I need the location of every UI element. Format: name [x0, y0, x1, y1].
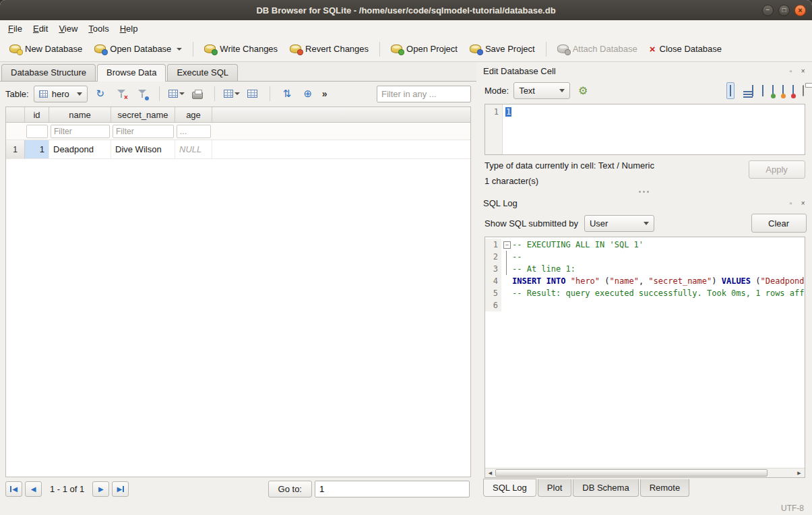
browse-data-panel: Database Structure Browse Data Execute S… [0, 62, 476, 502]
menu-view[interactable]: View [53, 22, 83, 36]
table-selector-value: hero [52, 89, 69, 99]
fold-marker-icon[interactable] [501, 263, 512, 275]
horizontal-scrollbar[interactable]: ◀ ▶ [485, 468, 805, 477]
filter-input-age[interactable] [177, 125, 211, 138]
column-header-secret-name[interactable]: secret_name [111, 107, 175, 122]
sql-log-controls: Show SQL submitted by User Clear [479, 210, 809, 236]
cell-char-count: 1 character(s) [485, 176, 743, 186]
tab-database-structure[interactable]: Database Structure [1, 64, 96, 81]
dock-close-icon[interactable]: × [799, 198, 808, 208]
scroll-right-icon[interactable]: ▶ [794, 468, 805, 477]
filter-any-column-input[interactable] [377, 86, 471, 102]
dock-resize-grip[interactable] [479, 187, 809, 195]
goto-input[interactable] [315, 481, 470, 497]
open-database-button[interactable]: Open Database [89, 40, 187, 57]
table-selector[interactable]: hero [34, 86, 88, 102]
dock-panel: Edit Database Cell ▫ × Mode: Text ⚙ [479, 62, 812, 502]
first-record-button[interactable]: ◀ [5, 481, 22, 497]
cell-secret-name[interactable]: Dive Wilson [111, 140, 175, 158]
text-document-icon [730, 85, 731, 96]
main-toolbar: New Database Open Database Write Changes… [0, 36, 812, 62]
menu-file[interactable]: File [3, 22, 28, 36]
tab-sql-log[interactable]: SQL Log [483, 479, 536, 497]
title-bar[interactable]: DB Browser for SQLite - /home/user/code/… [0, 0, 812, 20]
revert-changes-button[interactable]: Revert Changes [284, 40, 374, 57]
open-external-icon [752, 85, 753, 96]
tab-execute-sql[interactable]: Execute SQL [167, 64, 238, 81]
open-in-external-button[interactable] [752, 86, 753, 96]
new-record-button[interactable] [168, 86, 185, 102]
save-filter-button[interactable] [134, 86, 150, 102]
tab-plot[interactable]: Plot [538, 479, 571, 497]
print-records-button[interactable] [189, 86, 206, 102]
sort-records-button[interactable]: ⇅ [279, 86, 295, 102]
mode-selector[interactable]: Text [513, 82, 570, 99]
import-table-icon [247, 90, 257, 98]
toolbar-overflow-button[interactable]: » [321, 88, 329, 99]
copy-cell-button[interactable] [762, 86, 763, 96]
cell-age[interactable]: NULL [175, 140, 212, 158]
fold-marker-icon[interactable] [501, 251, 512, 263]
last-record-button[interactable]: ▶ [112, 481, 129, 497]
column-header-id[interactable]: id [25, 107, 49, 122]
export-data-button[interactable] [782, 86, 784, 96]
write-changes-button[interactable]: Write Changes [199, 40, 283, 57]
sql-log-dock-title: SQL Log ▫ × [479, 195, 809, 210]
clear-filters-button[interactable]: × [113, 86, 129, 102]
row-header[interactable]: 1 [6, 140, 25, 158]
close-database-button[interactable]: × Close Database [644, 40, 727, 57]
minimize-button[interactable]: − [762, 5, 774, 16]
dock-float-icon[interactable]: ▫ [786, 198, 796, 208]
close-database-label: Close Database [660, 44, 722, 54]
dock-close-icon[interactable]: × [799, 66, 808, 75]
editor-content[interactable]: 1 [505, 107, 511, 117]
dock-float-icon[interactable]: ▫ [786, 66, 796, 75]
filter-input-name[interactable] [51, 125, 110, 138]
editor-line-number: 1 [485, 104, 503, 154]
goto-button[interactable]: Go to: [268, 481, 312, 497]
fetch-all-data-button[interactable]: ⊕ [300, 86, 316, 102]
column-header-name[interactable]: name [49, 107, 111, 122]
menu-tools[interactable]: Tools [83, 22, 114, 36]
close-button[interactable]: × [794, 5, 806, 16]
scroll-left-icon[interactable]: ◀ [485, 468, 495, 477]
print-icon [192, 92, 203, 99]
tab-db-schema[interactable]: DB Schema [573, 479, 638, 497]
window-controls: − □ × [762, 5, 812, 16]
text-mode-button[interactable] [726, 82, 735, 99]
scrollbar-track[interactable] [495, 468, 794, 477]
cell-id[interactable]: 1 [25, 140, 49, 158]
set-null-icon [792, 85, 794, 96]
import-table-button[interactable] [245, 86, 261, 102]
open-database-dropdown-icon[interactable] [177, 48, 182, 51]
auto-switch-mode-button[interactable]: ⚙ [575, 82, 591, 98]
export-table-button[interactable] [224, 86, 240, 102]
scrollbar-thumb[interactable] [495, 469, 768, 477]
filter-input-secret-name[interactable] [113, 125, 174, 138]
save-project-button[interactable]: Save Project [464, 40, 540, 57]
cell-name[interactable]: Deadpond [49, 140, 111, 158]
maximize-button[interactable]: □ [778, 5, 790, 16]
filter-input-id[interactable] [26, 125, 48, 138]
column-header-age[interactable]: age [175, 107, 212, 122]
show-sql-label: Show SQL submitted by [485, 218, 578, 229]
previous-record-button[interactable]: ◀ [25, 481, 42, 497]
tab-browse-data[interactable]: Browse Data [97, 64, 166, 82]
cell-editor[interactable]: 1 1 [485, 104, 805, 155]
new-database-button[interactable]: New Database [4, 40, 88, 57]
print-cell-button[interactable] [803, 86, 804, 96]
open-project-button[interactable]: Open Project [385, 40, 463, 57]
set-null-button[interactable] [792, 86, 794, 96]
sql-source-selector[interactable]: User [584, 215, 654, 232]
refresh-button[interactable]: ↻ [92, 86, 108, 102]
tab-remote[interactable]: Remote [640, 479, 690, 497]
fold-marker-icon[interactable] [501, 239, 512, 251]
grid-corner-header[interactable] [6, 107, 25, 122]
import-data-button[interactable] [772, 86, 774, 96]
clear-log-button[interactable]: Clear [751, 214, 807, 233]
menu-edit[interactable]: Edit [28, 22, 53, 36]
next-record-button[interactable]: ▶ [92, 481, 109, 497]
gear-icon: ⚙ [578, 84, 588, 97]
menu-help[interactable]: Help [115, 22, 144, 36]
toolbar-separator [159, 86, 160, 101]
